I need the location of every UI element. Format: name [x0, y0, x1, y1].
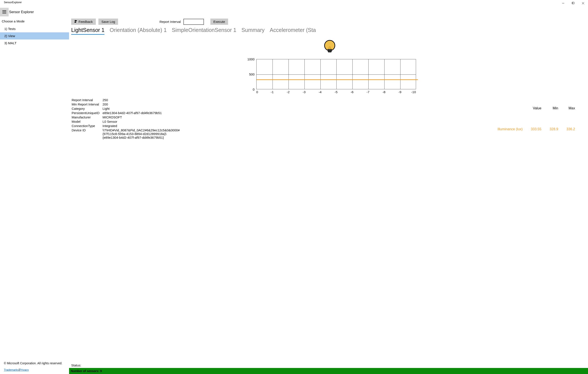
y-tick-0: 0	[253, 88, 254, 91]
sidebar-item-malt[interactable]: 3) MALT	[0, 40, 69, 47]
info-row: Report Interval250	[72, 98, 182, 102]
tab-accelerometer[interactable]: Accelerometer (Sta	[270, 27, 316, 35]
y-tick-1000: 1000	[247, 57, 254, 61]
sidebar-item-label: 3) MALT	[4, 41, 16, 45]
readings-header: Value Min Max	[494, 98, 579, 119]
savelog-label: Save Log	[101, 20, 115, 23]
main-content: Feedback Save Log Report Interval Execut…	[69, 17, 588, 374]
feedback-button[interactable]: Feedback	[71, 19, 96, 25]
sensor-count-bar: Number of sensors: 9	[69, 368, 588, 374]
tab-orientation-absolute[interactable]: Orientation (Absolute) 1	[110, 27, 167, 35]
readings-row: Illuminance (lux) 333.55 328.9 336.2	[494, 119, 579, 140]
svg-rect-10	[328, 49, 331, 50]
chart-grid	[256, 59, 416, 89]
sidebar-item-view[interactable]: 2) View	[0, 32, 69, 40]
window-title: SensorExplorer	[0, 0, 23, 4]
report-interval-input[interactable]	[183, 19, 204, 25]
sidebar: Choose a Mode 1) Tests 2) View 3) MALT ©…	[0, 17, 69, 374]
sidebar-item-label: 2) View	[4, 34, 15, 38]
trademarks-link[interactable]: Trademarks	[4, 368, 19, 371]
toolbar: Feedback Save Log Report Interval Execut…	[71, 17, 588, 27]
hamburger-button[interactable]	[0, 8, 9, 16]
info-row: ModelL0 Sensor	[72, 120, 182, 124]
maximize-button[interactable]	[568, 0, 578, 7]
illuminance-chart: 1000 500 0	[243, 59, 416, 94]
sensor-icon-row	[71, 38, 588, 59]
info-row: ManufacturerMICROSOFT	[72, 115, 182, 119]
sidebar-item-label: 1) Tests	[4, 27, 16, 31]
info-row: ConnectionTypeIntegrated	[72, 124, 182, 128]
execute-label: Execute	[213, 20, 225, 23]
sidebar-item-tests[interactable]: 1) Tests	[0, 25, 69, 32]
status-label: Status:	[71, 363, 588, 368]
privacy-link[interactable]: Privacy	[20, 368, 29, 371]
execute-button[interactable]: Execute	[210, 19, 228, 25]
app-header: Sensor Explorer	[0, 7, 588, 17]
feedback-label: Feedback	[79, 20, 93, 23]
svg-rect-11	[328, 51, 331, 52]
sidebar-heading: Choose a Mode	[0, 19, 69, 25]
app-title: Sensor Explorer	[9, 10, 34, 14]
tab-simple-orientation[interactable]: SimpleOrientationSensor 1	[172, 27, 236, 35]
lightbulb-icon	[323, 39, 336, 57]
savelog-button[interactable]: Save Log	[98, 19, 118, 25]
y-tick-500: 500	[249, 73, 254, 76]
info-row: PersistentUniqueIDe89e1304-b4d2-407f-af9…	[72, 111, 182, 115]
sensor-info-table: Report Interval250 Min Report Interval20…	[71, 98, 183, 140]
readings-table: Value Min Max Illuminance (lux) 333.55 3…	[493, 98, 579, 140]
window-controls	[558, 0, 588, 7]
window-titlebar: SensorExplorer	[0, 0, 588, 7]
svg-rect-2	[572, 2, 574, 4]
info-row: CategoryLight	[72, 107, 182, 111]
chart-series-line	[257, 79, 418, 80]
close-button[interactable]	[578, 0, 588, 7]
tab-summary[interactable]: Summary	[242, 27, 264, 35]
info-row: Min Report Interval200	[72, 103, 182, 106]
sidebar-footer: © Microsoft Corporation. All rights rese…	[0, 362, 69, 374]
menu-icon	[2, 10, 6, 14]
sensor-tabs: LightSensor 1 Orientation (Absolute) 1 S…	[71, 27, 588, 36]
stats-row: Report Interval250 Min Report Interval20…	[71, 94, 588, 140]
tab-lightsensor[interactable]: LightSensor 1	[71, 27, 105, 35]
chart-container: 1000 500 0	[71, 59, 588, 94]
info-row: Device ID\\?\HID#Vid_8087&Pid_0AC2#6&29e…	[72, 128, 182, 140]
svg-point-8	[75, 20, 76, 21]
x-axis-labels: 0 -1 -2 -3 -4 -5 -6 -7 -8 -9 -10	[256, 89, 416, 94]
feedback-icon	[74, 20, 77, 23]
copyright-text: © Microsoft Corporation. All rights rese…	[4, 362, 67, 368]
report-interval-label: Report Interval	[159, 20, 181, 23]
minimize-button[interactable]	[558, 0, 568, 7]
